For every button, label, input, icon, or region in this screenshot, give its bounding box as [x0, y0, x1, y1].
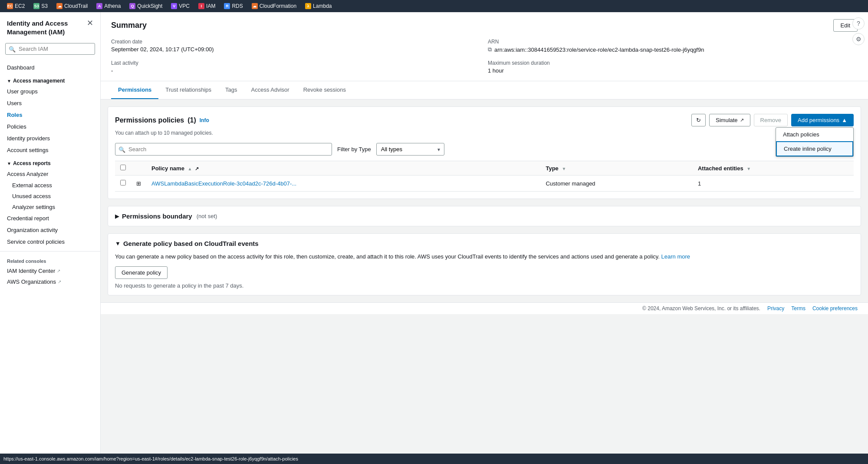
remove-button[interactable]: Remove	[754, 114, 788, 126]
tab-access-advisor[interactable]: Access Advisor	[244, 81, 296, 99]
status-bar: https://us-east-1.console.aws.amazon.com…	[0, 454, 868, 464]
attach-policies-item[interactable]: Attach policies	[776, 128, 853, 141]
iam-icon: I	[198, 3, 204, 9]
row-checkbox[interactable]	[120, 180, 126, 186]
chevron-up-icon: ▲	[842, 117, 847, 123]
tab-trust-relationships[interactable]: Trust relationships	[158, 81, 218, 99]
max-session-field: Maximum session duration 1 hour	[488, 60, 858, 74]
nav-ec2[interactable]: EC EC2	[3, 2, 28, 10]
copy-icon[interactable]: ⧉	[488, 46, 492, 53]
arn-label: ARN	[488, 39, 858, 45]
sidebar-item-analyzer-settings[interactable]: Analyzer settings	[0, 202, 100, 212]
max-session-label: Maximum session duration	[488, 60, 858, 66]
nav-s3[interactable]: S3 S3	[30, 2, 51, 10]
sidebar-item-account-settings[interactable]: Account settings	[0, 144, 100, 156]
sidebar-item-access-analyzer[interactable]: Access Analyzer	[0, 168, 100, 180]
permissions-count: (1)	[187, 116, 196, 124]
sidebar-item-policies[interactable]: Policies	[0, 121, 100, 133]
search-input[interactable]	[5, 43, 95, 55]
boundary-title: Permissions boundary	[122, 212, 192, 220]
sidebar-item-identity-providers[interactable]: Identity providers	[0, 133, 100, 144]
external-link-icon: ↗	[58, 279, 61, 284]
add-permissions-label: Add permissions	[798, 117, 839, 123]
create-inline-policy-item[interactable]: Create inline policy	[776, 141, 853, 156]
type-header[interactable]: Type ▼	[540, 161, 693, 176]
nav-vpc-label: VPC	[179, 3, 190, 9]
external-link-icon: ↗	[195, 166, 199, 171]
terms-link[interactable]: Terms	[791, 305, 806, 312]
sidebar-item-roles[interactable]: Roles	[0, 109, 100, 121]
tabs-bar: Permissions Trust relationships Tags Acc…	[101, 81, 868, 99]
nav-athena[interactable]: A Athena	[93, 2, 124, 10]
nav-iam[interactable]: I IAM	[195, 2, 219, 10]
external-link-icon: ↗	[57, 268, 60, 273]
related-consoles-label: Related consoles	[0, 255, 100, 265]
sidebar: Identity and Access Management (IAM) ✕ 🔍…	[0, 12, 101, 464]
tab-revoke-sessions[interactable]: Revoke sessions	[296, 81, 353, 99]
generate-policy-desc-text: You can generate a new policy based on t…	[115, 253, 660, 260]
creation-date-field: Creation date September 02, 2024, 10:17 …	[111, 39, 481, 53]
privacy-link[interactable]: Privacy	[767, 305, 784, 312]
tab-permissions[interactable]: Permissions	[111, 81, 158, 99]
nav-lambda-label: Lambda	[313, 3, 332, 9]
sidebar-title: Identity and Access Management (IAM)	[7, 19, 87, 36]
arn-value: arn:aws:iam::308441659523:role/service-r…	[494, 46, 704, 53]
sidebar-item-organization-activity[interactable]: Organization activity	[0, 224, 100, 236]
filter-select-wrap: All typesAWS managedCustomer managedInli…	[376, 143, 444, 156]
sidebar-item-aws-organizations[interactable]: AWS Organizations ↗	[0, 276, 100, 287]
cookie-preferences-link[interactable]: Cookie preferences	[812, 305, 858, 312]
policy-name-link[interactable]: AWSLambdaBasicExecutionRole-3c04ad2c-726…	[151, 180, 296, 187]
nav-lambda[interactable]: λ Lambda	[302, 2, 335, 10]
info-link[interactable]: Info	[200, 117, 209, 123]
add-permissions-dropdown: Attach policies Create inline policy	[776, 127, 854, 157]
nav-vpc[interactable]: V VPC	[168, 2, 193, 10]
generate-policy-button[interactable]: Generate policy	[115, 266, 168, 279]
nav-rds[interactable]: R RDS	[220, 2, 246, 10]
creation-date-label: Creation date	[111, 39, 481, 45]
last-activity-field: Last activity -	[111, 60, 481, 74]
sidebar-item-users[interactable]: Users	[0, 97, 100, 109]
sidebar-item-user-groups[interactable]: User groups	[0, 86, 100, 97]
refresh-button[interactable]: ↻	[691, 114, 706, 126]
sidebar-item-iam-identity-center[interactable]: IAM Identity Center ↗	[0, 265, 100, 276]
sidebar-item-dashboard[interactable]: Dashboard	[0, 62, 100, 73]
permissions-header: Permissions policies (1) Info ↻ Simulate…	[115, 114, 854, 126]
policy-name-header[interactable]: Policy name ▲ ↗	[146, 161, 540, 176]
sidebar-item-service-control-policies[interactable]: Service control policies	[0, 236, 100, 248]
last-activity-value: -	[111, 67, 481, 74]
select-all-checkbox[interactable]	[120, 165, 126, 170]
boundary-header[interactable]: ▶ Permissions boundary (not set)	[115, 212, 854, 220]
settings-icon-button[interactable]: ⚙	[852, 33, 865, 45]
table-header-row: Policy name ▲ ↗ Type ▼ Attached entities…	[115, 161, 854, 176]
sidebar-item-external-access[interactable]: External access	[0, 180, 100, 191]
tab-tags[interactable]: Tags	[218, 81, 244, 99]
filter-row: 🔍 Filter by Type All typesAWS managedCus…	[115, 143, 854, 156]
access-management-header[interactable]: ▼ Access management	[0, 73, 100, 86]
attached-entities-header[interactable]: Attached entities ▼	[693, 161, 854, 176]
generate-policy-header[interactable]: ▼ Generate policy based on CloudTrail ev…	[115, 240, 854, 247]
permissions-subtitle: You can attach up to 10 managed policies…	[115, 130, 854, 136]
access-reports-header[interactable]: ▼ Access reports	[0, 156, 100, 168]
filter-type-select[interactable]: All typesAWS managedCustomer managedInli…	[376, 143, 444, 156]
sidebar-divider	[0, 251, 100, 252]
simulate-button[interactable]: Simulate ↗	[709, 114, 750, 126]
s3-icon: S3	[33, 3, 39, 9]
nav-cloudtrail[interactable]: ☁ CloudTrail	[53, 2, 91, 10]
help-icon-button[interactable]: ?	[852, 17, 865, 30]
expand-cell: ⊞	[131, 176, 146, 192]
learn-more-link[interactable]: Learn more	[661, 253, 690, 260]
sidebar-item-unused-access[interactable]: Unused access	[0, 191, 100, 202]
access-reports-label: Access reports	[13, 160, 51, 166]
nav-cloudformation[interactable]: ☁ CloudFormation	[248, 2, 300, 10]
sidebar-item-credential-report[interactable]: Credential report	[0, 212, 100, 224]
close-sidebar-button[interactable]: ✕	[87, 19, 93, 27]
iam-identity-center-label: IAM Identity Center	[7, 268, 55, 274]
policy-search-input[interactable]	[115, 143, 332, 156]
permissions-actions: ↻ Simulate ↗ Remove Add permissions ▲ A	[691, 114, 854, 126]
search-icon: 🔍	[118, 146, 125, 152]
expand-icon[interactable]: ⊞	[136, 180, 141, 187]
sort-icon: ▲	[188, 166, 192, 171]
add-permissions-button[interactable]: Add permissions ▲	[791, 114, 854, 126]
aws-organizations-label: AWS Organizations	[7, 278, 56, 285]
nav-quicksight[interactable]: Q QuickSight	[126, 2, 166, 10]
